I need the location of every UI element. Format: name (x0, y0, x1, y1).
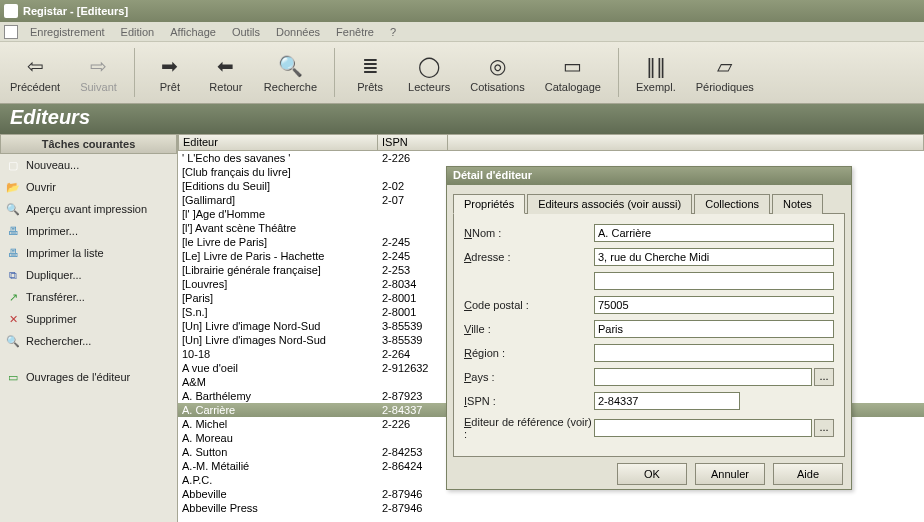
readers-button[interactable]: ◯Lecteurs (398, 42, 460, 103)
sidebar-print-list[interactable]: 🖶Imprimer la liste (0, 242, 177, 264)
table-row[interactable]: ' L'Echo des savanes '2-226 (178, 151, 924, 165)
tab-panel: NNom : Adresse : Code postal : Ville : (453, 213, 845, 457)
loan-button-icon: ➡ (157, 53, 183, 79)
input-ispn[interactable] (594, 392, 740, 410)
sidebar-transfer-icon: ↗ (6, 290, 20, 304)
sidebar-preview-icon: 🔍 (6, 202, 20, 216)
sidebar-open-icon: 📂 (6, 180, 20, 194)
search-button[interactable]: 🔍Recherche (254, 42, 327, 103)
sidebar: Tâches courantes ▢Nouveau...📂Ouvrir🔍Aper… (0, 134, 178, 522)
tab-collections[interactable]: Collections (694, 194, 770, 214)
app-icon (4, 4, 18, 18)
toolbar: ⇦Précédent⇨Suivant➡Prêt⬅Retour🔍Recherche… (0, 42, 924, 104)
tab-notes[interactable]: Notes (772, 194, 823, 214)
sidebar-duplicate[interactable]: ⧉Dupliquer... (0, 264, 177, 286)
copies-button[interactable]: ‖‖Exempl. (626, 42, 686, 103)
label-cp: Code postal : (464, 299, 594, 311)
back-button-icon: ⇦ (22, 53, 48, 79)
sidebar-transfer[interactable]: ↗Transférer... (0, 286, 177, 308)
dues-button-icon: ◎ (484, 53, 510, 79)
forward-button-icon: ⇨ (86, 53, 112, 79)
input-adresse[interactable] (594, 248, 834, 266)
input-region[interactable] (594, 344, 834, 362)
col-blank (448, 134, 924, 151)
menu-données[interactable]: Données (268, 24, 328, 40)
sidebar-works-icon: ▭ (6, 370, 20, 384)
sidebar-open[interactable]: 📂Ouvrir (0, 176, 177, 198)
input-nom[interactable] (594, 224, 834, 242)
dues-button[interactable]: ◎Cotisations (460, 42, 534, 103)
sidebar-print-icon: 🖶 (6, 224, 20, 238)
label-ref: Editeur de référence (voir) : (464, 416, 594, 440)
sidebar-print[interactable]: 🖶Imprimer... (0, 220, 177, 242)
back-button[interactable]: ⇦Précédent (0, 42, 70, 103)
menu-?[interactable]: ? (382, 24, 404, 40)
periodicals-button-icon: ▱ (712, 53, 738, 79)
menu-icon[interactable] (4, 25, 18, 39)
editor-detail-dialog: Détail d'éditeur Propriétés Editeurs ass… (446, 166, 852, 490)
sidebar-works[interactable]: ▭Ouvrages de l'éditeur (0, 366, 177, 388)
sidebar-header: Tâches courantes (0, 134, 177, 154)
menu-enregistrement[interactable]: Enregistrement (22, 24, 113, 40)
sidebar-preview[interactable]: 🔍Aperçu avant impression (0, 198, 177, 220)
forward-button[interactable]: ⇨Suivant (70, 42, 127, 103)
input-pays[interactable] (594, 368, 812, 386)
sidebar-delete[interactable]: ✕Supprimer (0, 308, 177, 330)
periodicals-button[interactable]: ▱Périodiques (686, 42, 764, 103)
sidebar-print-list-icon: 🖶 (6, 246, 20, 260)
browse-pays-button[interactable]: ... (814, 368, 834, 386)
loans-button[interactable]: ≣Prêts (342, 42, 398, 103)
loan-button[interactable]: ➡Prêt (142, 42, 198, 103)
dialog-tabs: Propriétés Editeurs associés (voir aussi… (453, 193, 845, 213)
input-cp[interactable] (594, 296, 834, 314)
help-button[interactable]: Aide (773, 463, 843, 485)
title-bar: Registar - [Editeurs] (0, 0, 924, 22)
label-ispn: ISPN : (464, 395, 594, 407)
label-nom: NNom : (464, 227, 594, 239)
col-ispn[interactable]: ISPN (378, 134, 448, 151)
sidebar-search-icon: 🔍 (6, 334, 20, 348)
main-grid: Editeur ISPN ' L'Echo des savanes '2-226… (178, 134, 924, 522)
table-row[interactable]: Abbeville Press2-87946 (178, 501, 924, 515)
sidebar-duplicate-icon: ⧉ (6, 268, 20, 282)
ok-button[interactable]: OK (617, 463, 687, 485)
menu-edition[interactable]: Edition (113, 24, 163, 40)
sidebar-new-icon: ▢ (6, 158, 20, 172)
window-title: Registar - [Editeurs] (23, 5, 128, 17)
return-button[interactable]: ⬅Retour (198, 42, 254, 103)
return-button-icon: ⬅ (213, 53, 239, 79)
menu-outils[interactable]: Outils (224, 24, 268, 40)
readers-button-icon: ◯ (416, 53, 442, 79)
label-pays: Pays : (464, 371, 594, 383)
tab-properties[interactable]: Propriétés (453, 194, 525, 214)
menu-affichage[interactable]: Affichage (162, 24, 224, 40)
tab-associated[interactable]: Editeurs associés (voir aussi) (527, 194, 692, 214)
search-button-icon: 🔍 (277, 53, 303, 79)
label-ville: Ville : (464, 323, 594, 335)
label-region: Région : (464, 347, 594, 359)
page-header: Editeurs (0, 104, 924, 134)
loans-button-icon: ≣ (357, 53, 383, 79)
sidebar-new[interactable]: ▢Nouveau... (0, 154, 177, 176)
cancel-button[interactable]: Annuler (695, 463, 765, 485)
dialog-buttons: OK Annuler Aide (447, 457, 851, 491)
label-adresse: Adresse : (464, 251, 594, 263)
col-editeur[interactable]: Editeur (178, 134, 378, 151)
grid-header: Editeur ISPN (178, 134, 924, 151)
catalog-button-icon: ▭ (560, 53, 586, 79)
input-ref[interactable] (594, 419, 812, 437)
input-ville[interactable] (594, 320, 834, 338)
input-adresse2[interactable] (594, 272, 834, 290)
menu-bar: EnregistrementEditionAffichageOutilsDonn… (0, 22, 924, 42)
catalog-button[interactable]: ▭Catalogage (535, 42, 611, 103)
sidebar-delete-icon: ✕ (6, 312, 20, 326)
dialog-title: Détail d'éditeur (447, 167, 851, 185)
copies-button-icon: ‖‖ (643, 53, 669, 79)
menu-fenêtre[interactable]: Fenêtre (328, 24, 382, 40)
browse-ref-button[interactable]: ... (814, 419, 834, 437)
sidebar-search[interactable]: 🔍Rechercher... (0, 330, 177, 352)
